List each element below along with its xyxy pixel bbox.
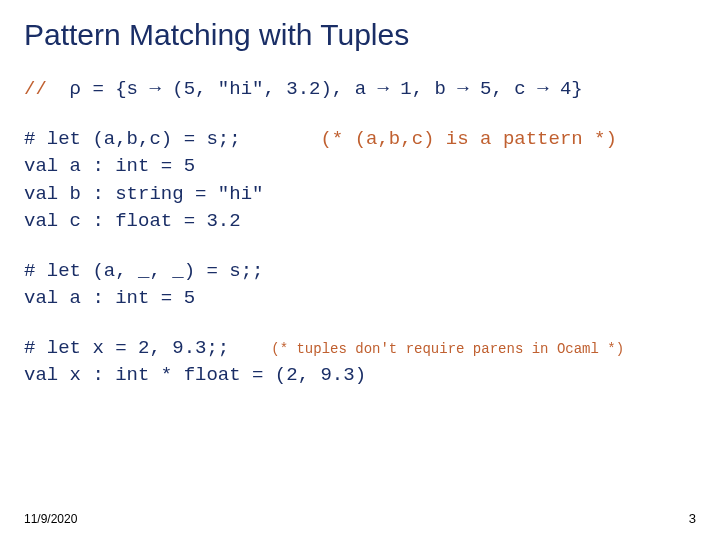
b3-comment: (* tuples don't require parens in Ocaml …: [229, 341, 624, 357]
b1-l4: val c : float = 3.2: [24, 210, 241, 232]
code-block-1: # let (a,b,c) = s;; (* (a,b,c) is a patt…: [24, 126, 696, 236]
page-title: Pattern Matching with Tuples: [24, 18, 696, 52]
b1-l1a: # let (a,b,c) = s;;: [24, 128, 241, 150]
b2-l2: val a : int = 5: [24, 287, 195, 309]
footer-date: 11/9/2020: [24, 512, 77, 526]
env-five: 5, c: [469, 78, 537, 100]
rho-symbol: ρ: [70, 78, 81, 100]
footer-page-number: 3: [689, 511, 696, 526]
env-line: // ρ = {s → (5, "hi", 3.2), a → 1, b → 5…: [24, 76, 696, 104]
arrow-icon: →: [149, 78, 160, 100]
b1-l2: val a : int = 5: [24, 155, 195, 177]
env-one: 1, b: [389, 78, 457, 100]
b2-l1: # let (a, _, _) = s;;: [24, 260, 263, 282]
env-four: 4}: [549, 78, 583, 100]
code-block-3: # let x = 2, 9.3;; (* tuples don't requi…: [24, 335, 696, 390]
arrow-icon: →: [537, 78, 548, 100]
b1-comment: (* (a,b,c) is a pattern *): [241, 128, 617, 150]
dbl-slash: //: [24, 78, 70, 100]
env-tuple: (5, "hi", 3.2), a: [161, 78, 378, 100]
b1-l3: val b : string = "hi": [24, 183, 263, 205]
arrow-icon: →: [457, 78, 468, 100]
eq-open: = {s: [81, 78, 149, 100]
b3-l2: val x : int * float = (2, 9.3): [24, 364, 366, 386]
slide: Pattern Matching with Tuples // ρ = {s →…: [0, 0, 720, 540]
arrow-icon: →: [377, 78, 388, 100]
b3-l1a: # let x = 2, 9.3;;: [24, 337, 229, 359]
code-block-2: # let (a, _, _) = s;; val a : int = 5: [24, 258, 696, 313]
